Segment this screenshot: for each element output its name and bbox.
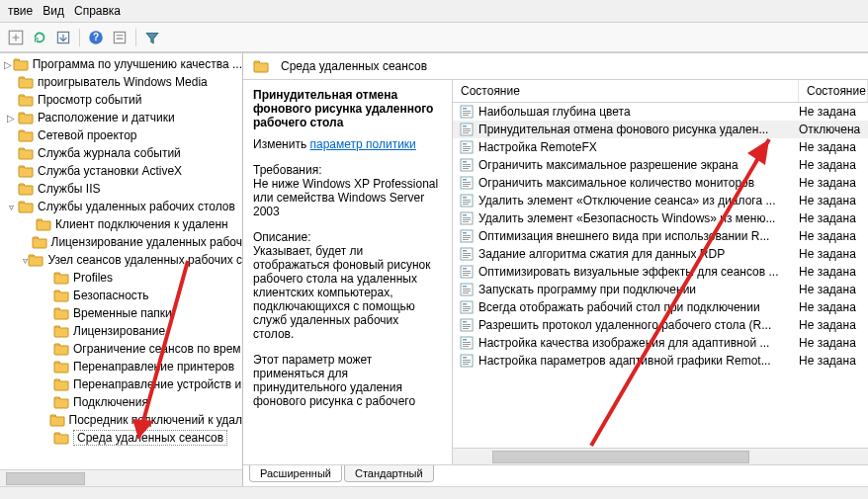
policy-row[interactable]: Всегда отображать рабочий стол при подкл… — [453, 298, 868, 316]
tree-hscroll[interactable] — [0, 469, 242, 486]
col-name[interactable]: Состояние — [453, 80, 799, 102]
tree-item[interactable]: проигрыватель Windows Media — [0, 73, 242, 91]
policy-name: Запускать программу при подключении — [478, 283, 799, 296]
svg-text:?: ? — [93, 32, 99, 42]
main-split: ▷Программа по улучшению качества ...прои… — [0, 52, 868, 486]
tree-item[interactable]: ▿Службы удаленных рабочих столов — [0, 198, 242, 215]
svg-rect-10 — [463, 113, 471, 114]
svg-rect-38 — [463, 214, 467, 216]
policy-icon — [459, 282, 475, 297]
policy-row[interactable]: Ограничить максимальное количество монит… — [453, 174, 868, 192]
tree-item-label: Перенаправление принтеров — [73, 360, 234, 374]
tree-item[interactable]: ▷Программа по улучшению качества ... — [0, 55, 242, 73]
svg-rect-14 — [463, 128, 471, 129]
svg-rect-29 — [463, 182, 471, 183]
policy-name: Оптимизация внешнего вида при использова… — [478, 229, 799, 243]
tree-item[interactable]: Служба установки ActiveX — [0, 162, 242, 180]
tree-item[interactable]: Перенаправление принтеров — [0, 358, 242, 375]
svg-rect-18 — [463, 143, 467, 145]
list-hscroll[interactable] — [453, 448, 868, 464]
svg-rect-11 — [463, 115, 469, 116]
policy-state: Не задана — [799, 300, 868, 314]
policy-row[interactable]: Настройка параметров адаптивной графики … — [453, 352, 868, 370]
tree-item-label: Службы IIS — [38, 182, 100, 196]
svg-rect-50 — [463, 255, 471, 256]
tree-item[interactable]: ▷Расположение и датчики — [0, 109, 242, 126]
tree-item[interactable]: Подключения — [0, 393, 242, 411]
tree-item-label: Службы удаленных рабочих столов — [38, 200, 235, 213]
policy-row[interactable]: Наибольшая глубина цветаНе задана — [453, 103, 868, 121]
svg-rect-4 — [114, 32, 125, 42]
tree-item-label: Перенаправление устройств и — [73, 377, 241, 391]
policy-name: Ограничить максимальное количество монит… — [478, 176, 799, 190]
svg-rect-68 — [463, 321, 467, 323]
policy-row[interactable]: Задание алгоритма сжатия для данных RDPН… — [453, 245, 868, 263]
policy-row[interactable]: Принудительная отмена фонового рисунка у… — [453, 121, 868, 138]
tree-item[interactable]: Лицензирование — [0, 322, 242, 340]
help-icon[interactable]: ? — [86, 28, 106, 47]
policy-row[interactable]: Запускать программу при подключенииНе за… — [453, 281, 868, 298]
properties-icon[interactable] — [110, 28, 130, 47]
tree-item[interactable]: Временные папки — [0, 304, 242, 322]
tree-twisty-icon[interactable]: ▷ — [4, 113, 18, 124]
tree-item[interactable]: Службы IIS — [0, 180, 242, 198]
expand-icon[interactable] — [6, 28, 26, 47]
tree-item[interactable]: ▿Узел сеансов удаленных рабочих с — [0, 251, 242, 269]
tree-item[interactable]: Лицензирование удаленных рабоч — [0, 233, 242, 251]
policy-row[interactable]: Оптимизация внешнего вида при использова… — [453, 227, 868, 245]
tree-item[interactable]: Среда удаленных сеансов — [0, 429, 242, 447]
tree-item[interactable]: Profiles — [0, 269, 242, 287]
menu-view[interactable]: Вид — [41, 2, 72, 20]
tree-item[interactable]: Служба журнала событий — [0, 144, 242, 162]
svg-rect-63 — [463, 303, 467, 305]
menu-help[interactable]: Справка — [72, 2, 129, 20]
tree-twisty-icon[interactable]: ▿ — [4, 202, 18, 212]
edit-policy-link[interactable]: параметр политики — [309, 137, 415, 151]
tree-twisty-icon[interactable]: ▷ — [4, 59, 13, 70]
folder-icon — [53, 342, 69, 356]
policy-state: Не задана — [799, 354, 868, 368]
list-rows[interactable]: Наибольшая глубина цветаНе заданаПринуди… — [453, 103, 868, 448]
tree-item-label: Лицензирование удаленных рабоч — [51, 235, 242, 249]
policy-row[interactable]: Ограничить максимальное разрешение экран… — [453, 156, 868, 174]
filter-icon[interactable] — [142, 28, 162, 47]
policy-name: Настройка RemoteFX — [478, 140, 799, 154]
policy-icon — [459, 122, 475, 137]
svg-rect-51 — [463, 257, 469, 258]
policy-name: Задание алгоритма сжатия для данных RDP — [478, 247, 799, 261]
export-icon[interactable] — [53, 28, 73, 47]
svg-rect-39 — [463, 217, 471, 218]
tree-item-label: Клиент подключения к удаленн — [55, 217, 228, 231]
policy-row[interactable]: Оптимизировать визуальные эффекты для се… — [453, 263, 868, 281]
svg-rect-28 — [463, 179, 467, 181]
right-pane: Среда удаленных сеансов Принудительная о… — [243, 53, 868, 486]
svg-rect-64 — [463, 306, 471, 307]
tree-item[interactable]: Посредник подключений к удал — [0, 411, 242, 429]
folder-icon — [18, 164, 34, 178]
tree-item[interactable]: Перенаправление устройств и — [0, 375, 242, 393]
policy-row[interactable]: Удалить элемент «Безопасность Windows» и… — [453, 209, 868, 227]
refresh-icon[interactable] — [30, 28, 49, 47]
policy-row[interactable]: Настройка качества изображения для адапт… — [453, 334, 868, 352]
menu-action[interactable]: твие — [6, 2, 41, 20]
tab-standard[interactable]: Стандартный — [344, 465, 434, 482]
svg-rect-74 — [463, 342, 471, 343]
svg-rect-34 — [463, 200, 471, 201]
policy-state: Отключена — [799, 123, 868, 136]
tree-item[interactable]: Просмотр событий — [0, 91, 242, 109]
col-state[interactable]: Состояние — [799, 80, 868, 102]
policy-row[interactable]: Удалить элемент «Отключение сеанса» из д… — [453, 192, 868, 209]
tree[interactable]: ▷Программа по улучшению качества ...прои… — [0, 53, 242, 469]
svg-rect-81 — [463, 364, 469, 365]
svg-rect-31 — [463, 186, 469, 187]
tab-extended[interactable]: Расширенный — [249, 465, 342, 482]
tree-item[interactable]: Безопасность — [0, 287, 242, 304]
svg-rect-26 — [463, 168, 469, 169]
svg-rect-41 — [463, 221, 469, 222]
policy-row[interactable]: Настройка RemoteFXНе задана — [453, 138, 868, 156]
svg-rect-61 — [463, 292, 469, 293]
policy-row[interactable]: Разрешить протокол удаленного рабочего с… — [453, 316, 868, 334]
tree-item[interactable]: Клиент подключения к удаленн — [0, 215, 242, 233]
tree-item[interactable]: Ограничение сеансов по врем — [0, 340, 242, 358]
tree-item[interactable]: Сетевой проектор — [0, 126, 242, 144]
